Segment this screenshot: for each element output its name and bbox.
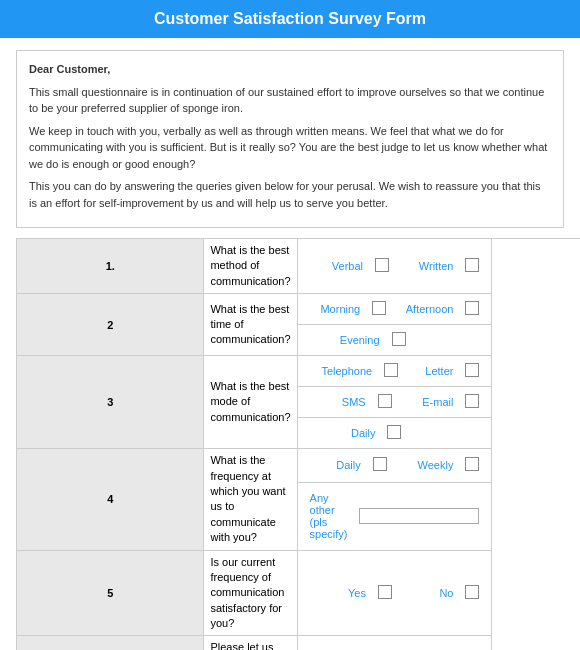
page-title: Customer Satisfaction Survey Form [154,10,426,27]
table-row: 6 Please let us know whether you are sat… [17,636,581,650]
opt-checkbox[interactable] [459,298,485,320]
intro-p1: This small questionnaire is in continuat… [29,84,551,117]
q5-num: 5 [17,550,204,636]
opt-checkbox[interactable] [367,454,393,476]
q4-text: What is the frequency at which you want … [204,449,297,550]
page-content: Dear Customer, This small questionnaire … [0,38,580,650]
opt-label: Extremely Satisfied [304,646,373,650]
opt-label: Yes [304,582,372,604]
opt-checkbox[interactable] [372,391,398,413]
any-other-label: Any other (pls specify) [304,489,354,543]
q6-text: Please let us know whether you are satis… [204,636,297,650]
any-other-input-cell[interactable] [353,489,485,543]
q1-text: What is the best method of communication… [204,239,297,294]
opt-checkbox[interactable] [366,298,392,320]
intro-p3: This you can do by answering the queries… [29,178,551,211]
opt-label: SMS [304,391,372,413]
page: Customer Satisfaction Survey Form Dear C… [0,0,580,650]
opt-label: Written [395,255,459,277]
opt-label: Telephone [304,360,379,382]
intro-box: Dear Customer, This small questionnaire … [16,50,564,228]
opt-checkbox[interactable] [459,255,485,277]
page-header: Customer Satisfaction Survey Form [0,0,580,38]
q4-options-row1: Daily Weekly [297,449,492,482]
opt-empty [469,329,485,351]
opt-checkbox[interactable] [459,454,485,476]
q3-text: What is the best mode of communication? [204,356,297,449]
intro-p2: We keep in touch with you, verbally as w… [29,123,551,173]
opt-label: Verbal [304,255,369,277]
opt-label [412,329,470,351]
q3-num: 3 [17,356,204,449]
opt-checkbox[interactable] [381,422,407,444]
opt-label: Daily [304,454,367,476]
q1-num: 1. [17,239,204,294]
opt-label: Weekly [393,454,460,476]
q4-options-row2: Any other (pls specify) [297,482,492,550]
table-row: 3 What is the best mode of communication… [17,356,581,387]
opt-label: Evening [304,329,386,351]
opt-label [407,422,469,444]
opt-checkbox[interactable] [459,582,485,604]
opt-label: E-mail [398,391,460,413]
opt-label: Morning [304,298,367,320]
opt-checkbox[interactable] [369,255,395,277]
q2-options-row2: Evening [297,325,492,356]
opt-checkbox[interactable] [372,646,398,650]
opt-checkbox[interactable] [459,360,485,382]
any-other-input[interactable] [359,508,479,524]
table-row: 4 What is the frequency at which you wan… [17,449,581,482]
opt-label: Afternoon [392,298,459,320]
opt-checkbox[interactable] [378,360,404,382]
opt-checkbox[interactable] [459,646,485,650]
q1-options: Verbal Written [297,239,492,294]
table-row: 2 What is the best time of communication… [17,294,581,325]
intro-salutation: Dear Customer, [29,61,551,78]
opt-checkbox[interactable] [386,329,412,351]
q5-options: Yes No [297,550,492,636]
opt-checkbox[interactable] [459,391,485,413]
q6-options-row1: Extremely Satisfied Very Satisfied [297,636,492,650]
opt-label: Letter [404,360,459,382]
opt-empty [469,422,486,444]
q2-text: What is the best time of communication? [204,294,297,356]
opt-label: Very Satisfied [398,646,459,650]
q2-num: 2 [17,294,204,356]
table-row: 1. What is the best method of communicat… [17,239,581,294]
table-row: 5 Is our current frequency of communicat… [17,550,581,636]
q6-num: 6 [17,636,204,650]
q5-text: Is our current frequency of communicatio… [204,550,297,636]
opt-label: Daily [304,422,382,444]
opt-label: No [398,582,460,604]
q3-options-row3: Daily [297,418,492,449]
q3-options-row2: SMS E-mail [297,387,492,418]
opt-checkbox[interactable] [372,582,398,604]
q4-num: 4 [17,449,204,550]
q3-options-row1: Telephone Letter [297,356,492,387]
q2-options-row1: Morning Afternoon [297,294,492,325]
survey-table: 1. What is the best method of communicat… [16,238,580,650]
